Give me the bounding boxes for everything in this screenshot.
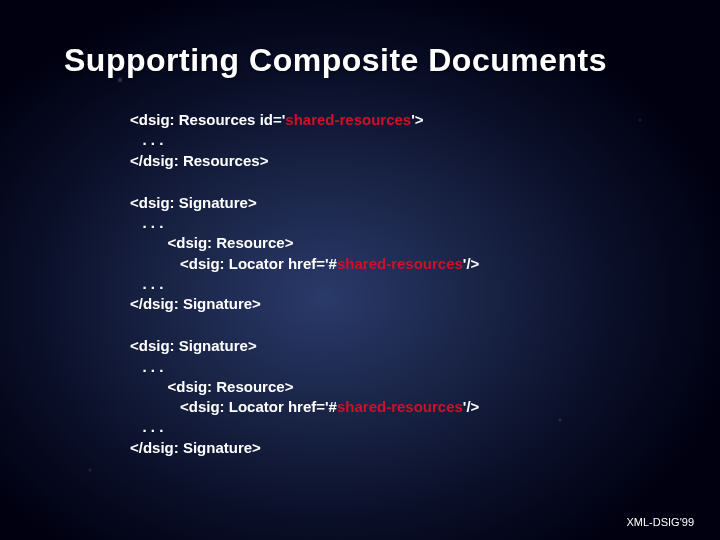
code-text: <dsig: Locator href='# — [130, 398, 337, 415]
code-line: . . . — [130, 274, 660, 294]
code-line: <dsig: Locator href='#shared-resources'/… — [130, 254, 660, 274]
footer-text: XML-DSIG'99 — [626, 516, 694, 528]
code-block-signature-1: <dsig: Signature> . . . <dsig: Resource>… — [130, 193, 660, 315]
code-line: </dsig: Resources> — [130, 151, 660, 171]
slide-title: Supporting Composite Documents — [64, 42, 680, 79]
code-line: . . . — [130, 417, 660, 437]
highlight-text: shared-resources — [337, 398, 463, 415]
code-line: . . . — [130, 130, 660, 150]
code-line: <dsig: Resource> — [130, 233, 660, 253]
slide-body: <dsig: Resources id='shared-resources'> … — [130, 110, 660, 480]
code-block-signature-2: <dsig: Signature> . . . <dsig: Resource>… — [130, 336, 660, 458]
code-text: '/> — [463, 398, 480, 415]
code-line: <dsig: Signature> — [130, 193, 660, 213]
code-text: '> — [411, 111, 423, 128]
code-line: <dsig: Locator href='#shared-resources'/… — [130, 397, 660, 417]
code-block-resources: <dsig: Resources id='shared-resources'> … — [130, 110, 660, 171]
code-line: </dsig: Signature> — [130, 438, 660, 458]
code-line: </dsig: Signature> — [130, 294, 660, 314]
slide: Supporting Composite Documents <dsig: Re… — [0, 0, 720, 540]
code-line: . . . — [130, 213, 660, 233]
code-line: <dsig: Resource> — [130, 377, 660, 397]
highlight-text: shared-resources — [285, 111, 411, 128]
code-line: <dsig: Signature> — [130, 336, 660, 356]
code-text: '/> — [463, 255, 480, 272]
code-text: <dsig: Resources id=' — [130, 111, 285, 128]
code-line: <dsig: Resources id='shared-resources'> — [130, 110, 660, 130]
code-line: . . . — [130, 357, 660, 377]
highlight-text: shared-resources — [337, 255, 463, 272]
code-text: <dsig: Locator href='# — [130, 255, 337, 272]
